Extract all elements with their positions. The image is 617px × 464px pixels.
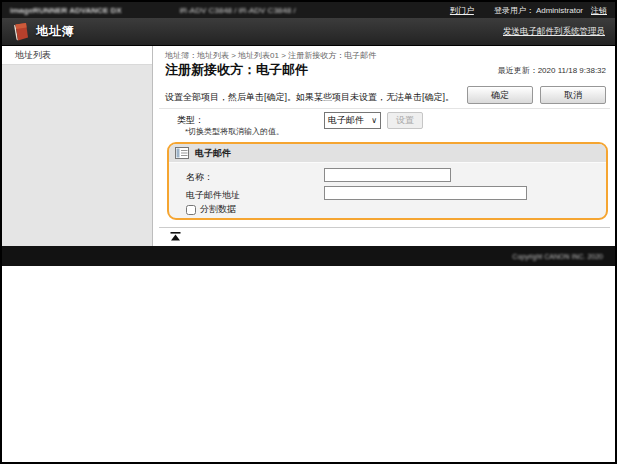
type-note: *切换类型将取消输入的值。 [185, 126, 284, 137]
footer-bar: Copyright CANON INC. 2020 [2, 246, 615, 266]
sidebar-item-address-lists[interactable]: 地址列表 [2, 46, 152, 65]
logout-link[interactable]: 注销 [591, 5, 607, 16]
email-section-header: 电子邮件 [169, 144, 606, 163]
copyright-text: Copyright CANON INC. 2020 [512, 253, 603, 260]
email-address-label: 电子邮件地址 [186, 189, 240, 202]
sidebar-item-label: 地址列表 [15, 49, 51, 62]
remote-ui-window: imageRUNNER ADVANCE DX iR-ADV C3848 / iR… [0, 0, 617, 464]
app-title: 地址簿 [36, 23, 75, 40]
instruction-text: 设置全部项目，然后单击[确定]。如果某些项目未设置，无法单击[确定]。 [165, 91, 454, 104]
email-icon [175, 147, 189, 159]
cancel-button[interactable]: 取消 [540, 86, 606, 104]
device-models: iR-ADV C3848 / iR-ADV C3848 / [180, 6, 296, 15]
email-section-title: 电子邮件 [195, 147, 231, 160]
divide-data-checkbox[interactable] [186, 205, 196, 215]
chevron-down-icon: ∨ [371, 116, 377, 125]
ok-button[interactable]: 确定 [467, 86, 533, 104]
back-to-top-icon[interactable] [170, 232, 181, 241]
page-title: 注册新接收方：电子邮件 [165, 61, 308, 79]
email-destination-section: 电子邮件 名称： 电子邮件地址 分割数据 [167, 142, 608, 220]
name-input[interactable] [324, 168, 451, 182]
email-address-input[interactable] [324, 186, 527, 200]
last-updated-value: 2020 11/18 9:38:32 [538, 66, 606, 75]
divide-data-row: 分割数据 [186, 203, 236, 216]
main-pane: 地址簿：地址列表 > 地址列表01 > 注册新接收方：电子邮件 注册新接收方：电… [154, 46, 615, 246]
divide-data-label: 分割数据 [200, 203, 236, 216]
top-bar: imageRUNNER ADVANCE DX iR-ADV C3848 / iR… [2, 2, 615, 18]
last-updated: 最近更新：2020 11/18 9:38:32 [498, 65, 606, 76]
type-set-button: 设置 [387, 112, 423, 129]
action-buttons: 确定 取消 [467, 86, 606, 104]
device-brand: imageRUNNER ADVANCE DX [10, 6, 122, 15]
app-header-bar: 地址簿 发送电子邮件到系统管理员 [2, 18, 615, 46]
mail-to-system-manager-link[interactable]: 发送电子邮件到系统管理员 [503, 26, 605, 38]
type-dropdown[interactable]: 电子邮件 ∨ [324, 112, 381, 129]
breadcrumb[interactable]: 地址簿：地址列表 > 地址列表01 > 注册新接收方：电子邮件 [165, 50, 376, 61]
login-user-name: Administrator [536, 6, 583, 15]
bottom-divider [159, 227, 610, 228]
sidebar: 地址列表 [2, 46, 153, 246]
to-portal-link[interactable]: 到门户 [450, 5, 474, 16]
last-updated-label: 最近更新： [498, 66, 538, 75]
name-label: 名称： [186, 171, 213, 184]
type-dropdown-value: 电子邮件 [328, 114, 364, 127]
divider [159, 108, 610, 109]
login-user-label: 登录用户： [494, 5, 534, 16]
address-book-icon [11, 22, 29, 42]
